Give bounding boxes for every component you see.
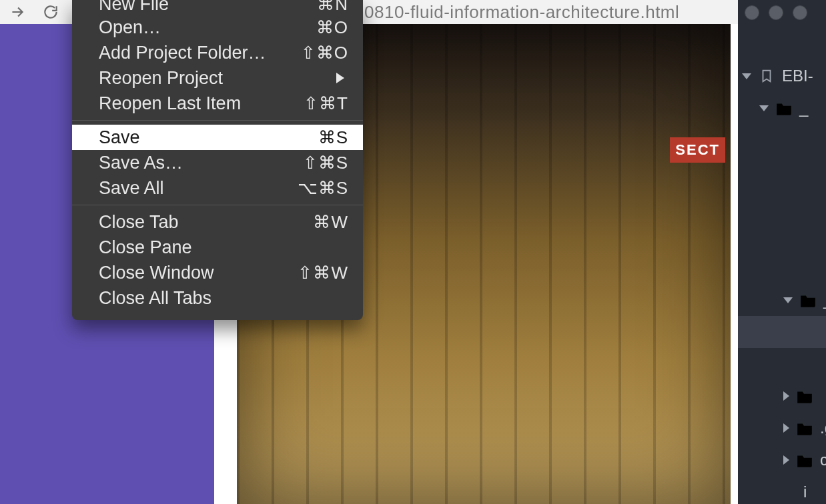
menu-item-new-file[interactable]: New File ⌘N — [72, 0, 363, 15]
menu-item-label: Reopen Project — [99, 68, 223, 89]
tree-item-label: i — [803, 483, 807, 501]
tree-root[interactable]: EBI- — [738, 60, 826, 92]
file-icon — [803, 357, 821, 371]
project-icon — [758, 69, 775, 83]
tree-item-label: _ — [799, 99, 808, 117]
menu-item-save[interactable]: Save ⌘S — [72, 125, 363, 150]
menu-item-shortcut: ⇧⌘T — [304, 93, 348, 114]
menu-item-save-as[interactable]: Save As… ⇧⌘S — [72, 150, 363, 175]
menu-item-label: Close All Tabs — [99, 288, 212, 309]
menu-item-shortcut: ⇧⌘W — [298, 263, 348, 283]
file-icon — [803, 133, 821, 147]
menu-item-shortcut: ⇧⌘S — [303, 153, 348, 173]
tree-row[interactable]: _ — [738, 284, 826, 316]
tree-row[interactable] — [738, 252, 826, 284]
file-icon — [803, 165, 821, 179]
photo-sign: SECT — [670, 137, 725, 163]
folder-icon — [796, 421, 813, 435]
project-tree: EBI- __.gci — [738, 60, 826, 504]
folder-icon — [799, 293, 817, 307]
reload-icon[interactable] — [40, 1, 61, 23]
address-bar-fragment[interactable]: 0810-fluid-information-architecture.html — [364, 0, 679, 24]
chevron-right-icon[interactable] — [783, 391, 789, 401]
menu-item-label: Save As… — [99, 153, 183, 173]
menu-item-label: Save — [99, 127, 140, 148]
chevron-right-icon[interactable] — [783, 455, 789, 465]
tree-row[interactable] — [738, 188, 826, 220]
menu-item-reopen-last-item[interactable]: Reopen Last Item ⇧⌘T — [72, 91, 363, 116]
menu-item-open[interactable]: Open… ⌘O — [72, 15, 363, 40]
folder-icon — [796, 453, 813, 467]
tree-row[interactable]: _ — [738, 92, 826, 124]
zoom-window-dot[interactable] — [793, 5, 807, 20]
menu-item-shortcut: ⌘O — [316, 17, 348, 38]
menu-item-label: Open… — [99, 17, 161, 38]
file-icon — [803, 197, 821, 211]
menu-item-save-all[interactable]: Save All ⌥⌘S — [72, 175, 363, 201]
tree-row[interactable]: .g — [738, 412, 826, 444]
submenu-arrow-icon — [336, 73, 344, 83]
menu-item-label: New File — [99, 0, 169, 15]
menu-item-close-pane[interactable]: Close Pane — [72, 235, 363, 260]
menu-item-shortcut: ⌘W — [313, 212, 348, 233]
file-icon — [803, 229, 821, 243]
tree-row[interactable] — [738, 124, 826, 156]
menu-item-label: Reopen Last Item — [99, 93, 241, 114]
tree-row[interactable] — [738, 380, 826, 412]
menu-item-reopen-project[interactable]: Reopen Project — [72, 65, 363, 91]
chevron-down-icon[interactable] — [783, 297, 793, 303]
folder-icon — [775, 101, 793, 115]
tree-row[interactable] — [738, 348, 826, 380]
window-controls[interactable] — [745, 5, 807, 20]
chevron-right-icon[interactable] — [783, 423, 789, 433]
menu-item-label: Close Pane — [99, 237, 192, 258]
menu-item-close-all-tabs[interactable]: Close All Tabs — [72, 285, 363, 311]
forward-icon[interactable] — [7, 1, 28, 23]
chevron-down-icon[interactable] — [759, 105, 769, 111]
folder-icon — [796, 389, 813, 403]
file-icon — [803, 325, 821, 339]
menu-item-close-tab[interactable]: Close Tab ⌘W — [72, 209, 363, 235]
menu-item-label: Add Project Folder… — [99, 43, 266, 63]
tree-row[interactable] — [738, 316, 826, 348]
menu-separator — [72, 205, 363, 205]
menu-item-label: Close Window — [99, 263, 214, 283]
file-menu: New File ⌘N Open… ⌘O Add Project Folder…… — [72, 0, 363, 320]
chevron-down-icon[interactable] — [742, 73, 751, 79]
tree-root-label: EBI- — [782, 67, 813, 85]
menu-item-add-project-folder[interactable]: Add Project Folder… ⇧⌘O — [72, 40, 363, 65]
tree-item-label: _ — [823, 291, 826, 309]
menu-item-shortcut: ⌘S — [318, 127, 348, 148]
tree-row[interactable]: c — [738, 444, 826, 476]
close-window-dot[interactable] — [745, 5, 759, 20]
menu-item-shortcut: ⌥⌘S — [298, 178, 348, 199]
menu-item-shortcut: ⌘N — [317, 0, 348, 15]
minimize-window-dot[interactable] — [769, 5, 783, 20]
tree-row[interactable] — [738, 220, 826, 252]
menu-separator — [72, 120, 363, 121]
tree-row[interactable]: i — [738, 476, 826, 504]
menu-item-label: Save All — [99, 178, 164, 199]
menu-item-close-window[interactable]: Close Window ⇧⌘W — [72, 260, 363, 285]
tree-item-label: .g — [820, 419, 826, 437]
menu-item-shortcut: ⇧⌘O — [301, 43, 348, 63]
tree-item-label: c — [820, 451, 826, 469]
menu-item-label: Close Tab — [99, 212, 179, 233]
file-icon — [803, 261, 821, 275]
tree-row[interactable] — [738, 156, 826, 188]
editor-window: EBI- __.gci — [738, 0, 826, 504]
